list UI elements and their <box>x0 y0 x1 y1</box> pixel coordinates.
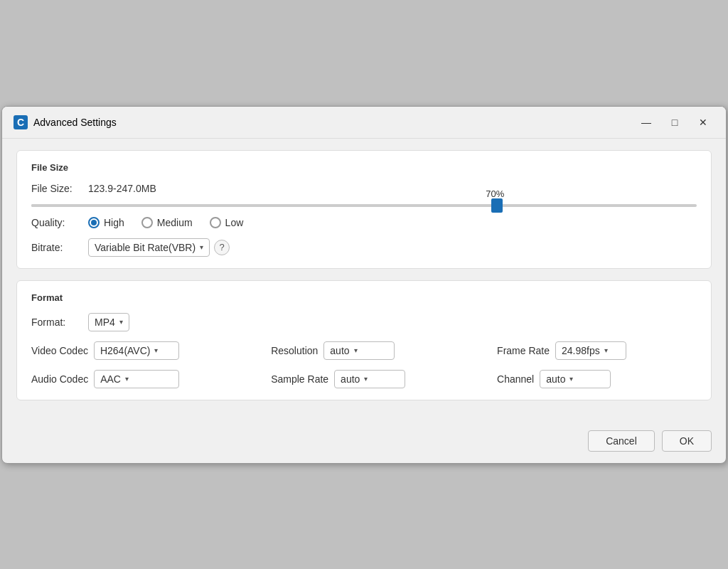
bitrate-row: Bitrate: Variable Bit Rate(VBR) ▾ ? <box>31 238 697 257</box>
channel-select[interactable]: auto ▾ <box>540 370 611 388</box>
bitrate-select[interactable]: Variable Bit Rate(VBR) ▾ <box>88 238 210 257</box>
bitrate-chevron-icon: ▾ <box>200 243 203 251</box>
audio-codec-label: Audio Codec <box>31 373 88 385</box>
video-codec-select[interactable]: H264(AVC) ▾ <box>94 341 179 360</box>
frame-rate-select[interactable]: 24.98fps ▾ <box>555 341 626 360</box>
sample-rate-label: Sample Rate <box>271 373 328 385</box>
window-controls: — □ ✕ <box>635 114 714 131</box>
quality-high-option[interactable]: High <box>88 217 124 228</box>
quality-medium-radio[interactable] <box>141 217 153 228</box>
channel-value: auto <box>546 373 565 385</box>
app-icon: C <box>14 115 28 129</box>
footer: Cancel OK <box>2 423 726 463</box>
format-label: Format: <box>31 317 88 328</box>
cancel-button[interactable]: Cancel <box>588 430 655 452</box>
slider-fill <box>31 204 497 207</box>
frame-rate-chevron-icon: ▾ <box>604 346 608 354</box>
video-codec-chevron-icon: ▾ <box>154 346 158 354</box>
frame-rate-item: Frame Rate 24.98fps ▾ <box>497 341 697 360</box>
audio-codec-item: Audio Codec AAC ▾ <box>31 370 250 388</box>
sample-rate-item: Sample Rate auto ▾ <box>271 370 476 388</box>
format-select[interactable]: MP4 ▾ <box>88 313 129 331</box>
audio-codec-value: AAC <box>100 373 121 385</box>
quality-radio-group: High Medium Low <box>88 217 243 228</box>
channel-item: Channel auto ▾ <box>497 370 697 388</box>
quality-medium-option[interactable]: Medium <box>141 217 193 228</box>
quality-low-label: Low <box>225 217 244 228</box>
format-value: MP4 <box>95 317 115 328</box>
file-size-label: File Size: <box>31 183 88 194</box>
sample-rate-value: auto <box>341 373 360 385</box>
resolution-item: Resolution auto ▾ <box>271 341 476 360</box>
audio-codec-select[interactable]: AAC ▾ <box>94 370 179 388</box>
channel-chevron-icon: ▾ <box>569 375 573 383</box>
frame-rate-label: Frame Rate <box>497 345 550 356</box>
audio-codec-chevron-icon: ▾ <box>125 375 129 383</box>
format-grid: Video Codec H264(AVC) ▾ Resolution auto … <box>31 341 697 388</box>
slider-percent-label: 70% <box>486 188 504 199</box>
quality-label: Quality: <box>31 217 88 228</box>
format-section-title: Format <box>31 292 697 303</box>
slider-thumb[interactable] <box>491 198 503 213</box>
advanced-settings-window: C Advanced Settings — □ ✕ File Size File… <box>1 106 727 464</box>
close-button[interactable]: ✕ <box>692 114 714 131</box>
quality-high-radio[interactable] <box>88 217 100 228</box>
quality-high-label: High <box>104 217 124 228</box>
frame-rate-value: 24.98fps <box>562 345 600 356</box>
resolution-label: Resolution <box>271 345 318 356</box>
file-size-value: 123.9-247.0MB <box>88 183 156 194</box>
sample-rate-chevron-icon: ▾ <box>364 375 368 383</box>
file-size-section-title: File Size <box>31 162 697 173</box>
file-size-section: File Size File Size: 123.9-247.0MB 70% Q… <box>16 150 712 269</box>
slider-track <box>31 204 697 207</box>
video-codec-item: Video Codec H264(AVC) ▾ <box>31 341 250 360</box>
ok-button[interactable]: OK <box>662 430 712 452</box>
channel-label: Channel <box>497 373 534 385</box>
window-title: Advanced Settings <box>33 117 117 128</box>
video-codec-label: Video Codec <box>31 345 88 356</box>
bitrate-select-wrapper: Variable Bit Rate(VBR) ▾ ? <box>88 238 230 257</box>
title-bar-left: C Advanced Settings <box>14 115 117 129</box>
sample-rate-select[interactable]: auto ▾ <box>334 370 405 388</box>
minimize-button[interactable]: — <box>635 114 658 131</box>
bitrate-label: Bitrate: <box>31 242 88 253</box>
video-codec-value: H264(AVC) <box>100 345 151 356</box>
bitrate-help-button[interactable]: ? <box>214 240 230 255</box>
title-bar: C Advanced Settings — □ ✕ <box>2 107 726 139</box>
file-size-row: File Size: 123.9-247.0MB <box>31 183 697 194</box>
quality-medium-label: Medium <box>157 217 193 228</box>
quality-low-option[interactable]: Low <box>210 217 244 228</box>
quality-low-radio[interactable] <box>210 217 221 228</box>
quality-row: Quality: High Medium Low <box>31 217 697 228</box>
quality-slider-container[interactable]: 70% <box>31 204 697 207</box>
resolution-select[interactable]: auto ▾ <box>323 341 395 360</box>
resolution-chevron-icon: ▾ <box>354 346 358 354</box>
format-chevron-icon: ▾ <box>119 318 123 326</box>
bitrate-value: Variable Bit Rate(VBR) <box>95 242 196 253</box>
format-section: Format Format: MP4 ▾ Video Codec H264(AV… <box>16 280 712 400</box>
maximize-button[interactable]: □ <box>663 114 686 131</box>
resolution-value: auto <box>330 345 349 356</box>
content-area: File Size File Size: 123.9-247.0MB 70% Q… <box>2 139 726 423</box>
format-row: Format: MP4 ▾ <box>31 313 697 331</box>
